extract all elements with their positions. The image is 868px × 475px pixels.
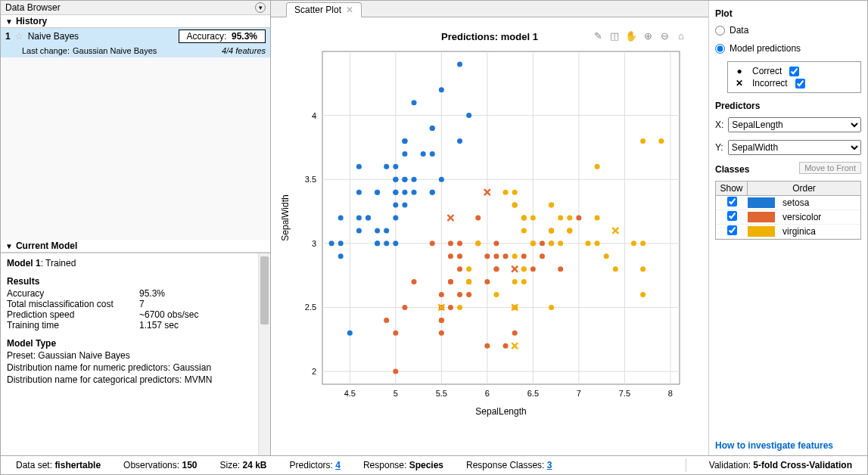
svg-point-146 xyxy=(521,216,527,221)
plot-group-header: Plot xyxy=(715,8,861,19)
svg-point-35 xyxy=(356,190,362,195)
svg-point-58 xyxy=(366,216,371,221)
svg-point-97 xyxy=(448,305,453,310)
current-model-panel: Model 1: Trained Results Accuracy95.3%To… xyxy=(1,253,270,455)
svg-rect-0 xyxy=(322,51,680,384)
y-select[interactable]: SepalWidth xyxy=(728,140,861,155)
svg-point-52 xyxy=(402,203,407,208)
result-value: ~6700 obs/sec xyxy=(139,309,198,320)
data-browser-label: Data Browser xyxy=(5,2,61,13)
obs-label: Observations: xyxy=(123,460,179,470)
svg-point-151 xyxy=(640,266,646,272)
svg-point-81 xyxy=(439,331,444,336)
class-show-checkbox[interactable] xyxy=(727,211,737,221)
predictors-link[interactable]: 4 xyxy=(335,460,341,470)
svg-point-119 xyxy=(466,292,471,297)
y-label: Y: xyxy=(715,142,723,153)
star-icon[interactable]: ☆ xyxy=(15,31,23,42)
class-name: virginica xyxy=(775,225,860,238)
svg-point-120 xyxy=(393,331,398,336)
svg-text:2: 2 xyxy=(312,367,316,376)
svg-point-143 xyxy=(558,241,563,246)
respcls-link[interactable]: 3 xyxy=(547,460,552,470)
legend-correct-label: Correct xyxy=(752,66,782,76)
dataset-label: Data set: xyxy=(16,460,52,470)
svg-point-173 xyxy=(503,190,509,195)
current-model-header[interactable]: ▼ Current Model xyxy=(1,240,270,253)
radio-data-input[interactable] xyxy=(715,26,725,36)
radio-predictions[interactable]: Model predictions xyxy=(715,43,861,54)
legend-incorrect-checkbox[interactable] xyxy=(795,79,805,88)
modeltype-header: Model Type xyxy=(7,338,264,349)
class-swatch xyxy=(748,212,775,222)
tab-scatter-plot[interactable]: Scatter Plot ✕ xyxy=(286,2,362,17)
svg-point-47 xyxy=(457,138,462,144)
lastchange-label: Last change: xyxy=(22,46,70,55)
svg-point-140 xyxy=(595,164,600,169)
svg-point-96 xyxy=(503,343,509,349)
svg-point-78 xyxy=(576,216,581,221)
svg-point-121 xyxy=(448,279,453,284)
svg-point-90 xyxy=(484,343,490,349)
result-key: Prediction speed xyxy=(7,309,139,320)
svg-point-152 xyxy=(512,279,518,284)
history-subrow: Last change: Gaussian Naive Bayes 4/4 fe… xyxy=(1,45,270,57)
class-row[interactable]: virginica xyxy=(716,225,860,239)
svg-point-30 xyxy=(384,241,389,246)
svg-point-154 xyxy=(595,216,600,221)
svg-point-135 xyxy=(512,253,518,259)
history-title: History xyxy=(16,16,47,26)
radio-predictions-input[interactable] xyxy=(715,44,725,54)
legend-correct-checkbox[interactable] xyxy=(789,67,799,76)
history-item[interactable]: 1 ☆ Naive Bayes Accuracy: 95.3% xyxy=(1,28,270,45)
svg-point-59 xyxy=(375,228,380,233)
help-link[interactable]: How to investigate features xyxy=(715,440,861,451)
svg-point-101 xyxy=(493,266,499,272)
svg-point-83 xyxy=(457,266,462,272)
svg-point-46 xyxy=(402,177,407,182)
incorrect-marker-icon: ✕ xyxy=(734,78,745,88)
svg-point-125 xyxy=(402,305,407,310)
status-bar: Data set: fishertable Observations: 150 … xyxy=(1,455,867,474)
svg-text:6.5: 6.5 xyxy=(527,389,539,398)
svg-point-65 xyxy=(384,164,389,169)
svg-point-64 xyxy=(439,177,444,182)
class-row[interactable]: versicolor xyxy=(716,210,860,225)
svg-point-109 xyxy=(439,318,444,323)
history-header[interactable]: ▼ History xyxy=(1,15,270,28)
tab-bar: Scatter Plot ✕ xyxy=(271,1,708,17)
svg-point-42 xyxy=(329,241,334,246)
svg-point-92 xyxy=(448,253,453,259)
close-icon[interactable]: ✕ xyxy=(346,5,353,15)
predictors-label: Predictors: xyxy=(290,460,333,470)
svg-text:SepalLength: SepalLength xyxy=(475,406,526,417)
model-name-line: Model 1: Trained xyxy=(7,258,264,269)
svg-point-106 xyxy=(484,253,490,259)
svg-text:2.5: 2.5 xyxy=(305,303,316,312)
response-label: Response: xyxy=(363,460,406,470)
svg-point-139 xyxy=(549,305,554,310)
class-show-checkbox[interactable] xyxy=(727,197,737,206)
svg-point-77 xyxy=(393,203,398,208)
scrollbar[interactable] xyxy=(258,253,270,455)
collapse-icon[interactable]: ▾ xyxy=(255,2,266,13)
svg-point-145 xyxy=(466,266,471,272)
svg-point-43 xyxy=(466,113,471,118)
svg-point-54 xyxy=(393,241,398,246)
class-row[interactable]: setosa xyxy=(716,196,860,210)
svg-point-168 xyxy=(558,216,563,221)
radio-data[interactable]: Data xyxy=(715,25,861,36)
move-to-front-button[interactable]: Move to Front xyxy=(799,162,861,174)
validation-label: Validation: xyxy=(709,460,751,470)
scrollbar-thumb[interactable] xyxy=(260,256,269,324)
svg-point-85 xyxy=(384,318,389,323)
svg-point-158 xyxy=(658,138,664,144)
class-show-checkbox[interactable] xyxy=(727,225,737,235)
svg-point-55 xyxy=(393,190,398,195)
options-panel: Plot Data Model predictions ● Correct ✕ … xyxy=(708,1,867,455)
x-select[interactable]: SepalLength xyxy=(728,117,861,132)
validation-value: 5-fold Cross-Validation xyxy=(753,460,852,470)
results-header: Results xyxy=(7,276,264,287)
svg-point-66 xyxy=(338,241,344,246)
svg-point-124 xyxy=(503,253,509,259)
